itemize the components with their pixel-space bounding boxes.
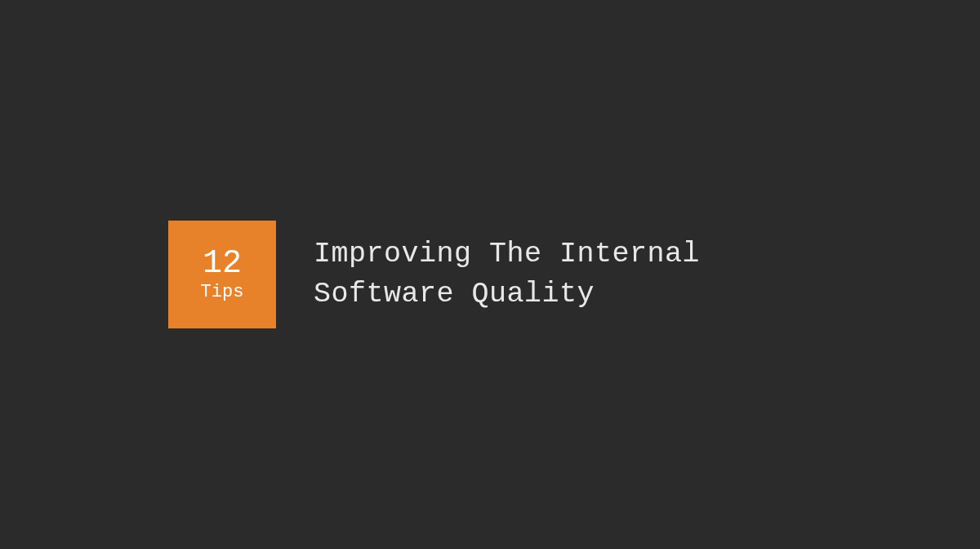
tips-badge: 12 Tips bbox=[168, 221, 276, 328]
badge-label: Tips bbox=[201, 283, 244, 301]
badge-number: 12 bbox=[203, 248, 242, 280]
slide-title: Improving The Internal Software Quality bbox=[314, 234, 700, 315]
content-row: 12 Tips Improving The Internal Software … bbox=[168, 221, 700, 328]
